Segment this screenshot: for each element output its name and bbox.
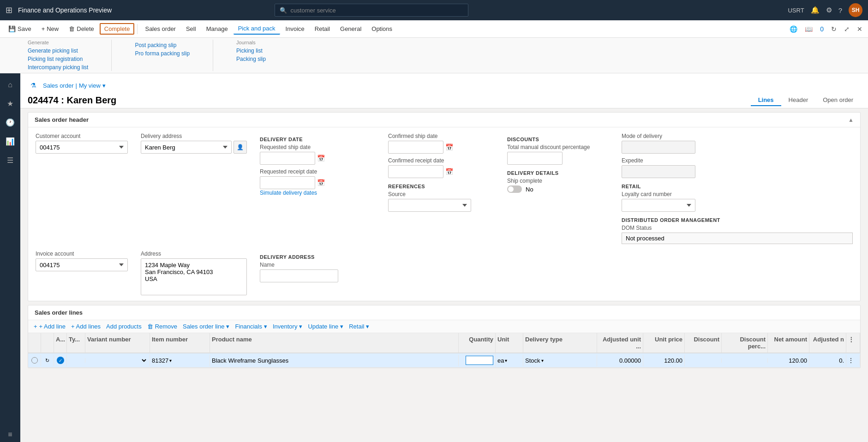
sidebar-star-icon[interactable]: ★ [3,96,17,112]
search-bar[interactable]: 🔍 [275,4,468,17]
options-button[interactable]: Options [367,24,397,34]
calendar-icon-2[interactable]: 📅 [317,179,325,186]
remove-button[interactable]: 🗑 Remove [147,323,177,330]
sales-order-line-button[interactable]: Sales order line ▾ [183,323,229,330]
refresh-icon[interactable]: ↻ [829,24,838,35]
ship-complete-toggle[interactable] [507,185,522,193]
picking-list-journal[interactable]: Picking list [236,47,266,54]
general-button[interactable]: General [335,24,366,34]
th-ty: Ty... [67,333,85,352]
manage-button[interactable]: Manage [202,24,233,34]
settings-icon[interactable]: ⚙ [826,6,832,14]
globe-icon[interactable]: 🌐 [788,24,799,35]
search-input[interactable] [291,7,463,14]
address-textarea[interactable]: 1234 Maple Way San Francisco, CA 94103 U… [141,258,247,295]
close-icon[interactable]: ✕ [855,24,864,35]
financials-button[interactable]: Financials ▾ [235,323,267,330]
add-line-button[interactable]: + + Add line [34,323,66,330]
th-more: ⋮ [846,333,860,352]
section-header-sales-order[interactable]: Sales order header ▲ [28,113,860,127]
inventory-button[interactable]: Inventory ▾ [273,323,302,330]
loyalty-card-label: Loyalty card number [622,191,853,197]
view-selector[interactable]: Sales order | My view ▾ [43,82,106,89]
loyalty-card-select[interactable] [622,199,695,212]
sidebar-home-icon[interactable]: ⌂ [4,77,16,93]
tab-open-order[interactable]: Open order [815,95,861,106]
pro-forma-packing-slip[interactable]: Pro forma packing slip [135,50,190,57]
dropdown-divider-2 [213,40,213,71]
invoice-account-select[interactable]: 004175 [36,258,128,271]
post-packing-slip[interactable]: Post packing slip [135,42,190,49]
confirmed-receipt-label: Confirmed receipt date [388,157,494,164]
grid-icon[interactable]: ⊞ [6,5,12,15]
bell-icon[interactable]: 🔔 [811,6,820,14]
sales-order-button[interactable]: Sales order [140,24,180,34]
simulate-delivery-link[interactable]: Simulate delivery dates [260,190,317,196]
sidebar-clock-icon[interactable]: 🕐 [2,114,18,131]
expedite-input[interactable] [622,165,695,178]
delivery-address-select[interactable]: Karen Berg [141,141,232,154]
delivery-address-icon-btn[interactable]: 👤 [233,141,247,154]
save-button[interactable]: 💾 Save [4,24,36,34]
mode-of-delivery-input[interactable] [622,141,695,154]
pick-and-pack-button[interactable]: Pick and pack [233,23,280,35]
td-refresh[interactable]: ↻ [41,355,54,366]
generate-picking-list[interactable]: Generate picking list [28,47,88,54]
help-icon[interactable]: ? [838,6,842,14]
sidebar-list-icon[interactable]: ☰ [3,152,17,168]
retail-button[interactable]: Retail [310,24,335,34]
intercompany-picking-list[interactable]: Intercompany picking list [28,64,88,71]
add-products-button[interactable]: Add products [106,323,142,330]
collapse-icon[interactable]: ▲ [848,117,854,123]
avatar[interactable]: SH [849,3,862,17]
item-dropdown-icon[interactable]: ▾ [169,358,172,363]
new-button[interactable]: + New [37,24,64,34]
calendar-icon-3[interactable]: 📅 [445,143,453,151]
filter-icon[interactable]: ⚗ [28,79,39,92]
expand-icon[interactable]: ⤢ [842,24,851,35]
td-check[interactable]: ✓ [54,354,67,366]
td-radio[interactable] [28,355,41,366]
references-label: REFERENCES [388,184,494,189]
confirmed-ship-input[interactable] [388,141,443,154]
section-header-lines[interactable]: Sales order lines [28,305,860,320]
calendar-icon-4[interactable]: 📅 [445,168,453,175]
unit-dropdown-icon[interactable]: ▾ [505,358,507,363]
total-manual-discount-input[interactable]: 0.00 [507,152,563,165]
requested-ship-input[interactable]: 7/12/2022 [260,152,315,165]
retail-lines-button[interactable]: Retail ▾ [349,323,369,330]
td-qty[interactable]: 1.00 [459,353,496,367]
packing-slip-journal[interactable]: Packing slip [236,55,266,63]
bookmark-icon[interactable]: 📖 [803,24,814,35]
ship-complete-label: Ship complete [507,178,609,184]
confirmed-receipt-input[interactable] [388,165,443,178]
sales-order-lines-section: Sales order lines + + Add line + Add lin… [28,305,861,368]
tab-lines[interactable]: Lines [751,95,781,106]
sidebar-chart-icon[interactable]: 📊 [2,133,18,149]
ship-complete-value: No [526,186,533,193]
radio-btn[interactable] [31,357,38,364]
tab-header[interactable]: Header [781,95,816,106]
source-select[interactable] [388,199,471,212]
picking-list-registration[interactable]: Picking list registration [28,55,88,63]
sell-button[interactable]: Sell [181,24,201,34]
complete-button[interactable]: Complete [100,23,135,35]
update-line-button[interactable]: Update line ▾ [308,323,343,330]
requested-ship-label: Requested ship date [260,144,375,150]
delivery-name-input[interactable]: Karen Berg [260,269,338,282]
variant-select[interactable] [87,357,148,364]
customer-account-label: Customer account [36,133,128,139]
calendar-icon[interactable]: 📅 [317,155,325,162]
delete-button[interactable]: 🗑 Delete [64,24,99,34]
td-more[interactable]: ⋮ [846,355,860,366]
requested-receipt-input[interactable]: 7/12/2022 [260,176,315,189]
customer-account-select[interactable]: 004175 [36,141,128,154]
qty-input[interactable]: 1.00 [466,356,493,365]
sidebar-menu-icon[interactable]: ≡ [4,427,16,442]
badge-icon[interactable]: 0 [818,24,826,35]
invoice-button[interactable]: Invoice [281,24,309,34]
delivery-type-dropdown-icon[interactable]: ▾ [541,358,544,363]
add-lines-button[interactable]: + Add lines [71,323,101,330]
th-product: Product name [210,333,459,352]
delivery-details-label: DELIVERY DETAILS [507,170,609,176]
